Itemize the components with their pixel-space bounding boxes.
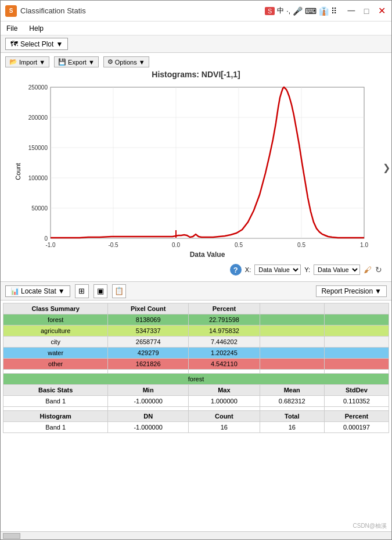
col-pixel-count: Pixel Count bbox=[108, 303, 189, 314]
select-plot-dropdown-arrow: ▼ bbox=[56, 40, 63, 48]
title-bar: S Classification Statis S 中 ·, 🎤 ⌨ 👔 ⠿ ─… bbox=[1, 1, 391, 22]
table-icon-button-1[interactable]: ⊞ bbox=[75, 284, 89, 298]
col-count: Count bbox=[189, 411, 260, 422]
im-grid-icon[interactable]: ⠿ bbox=[331, 6, 337, 16]
pixel-count: 8138069 bbox=[108, 314, 189, 326]
chart-bottom-bar: ? X: Data Value Y: Data Value 🖌 ↻ bbox=[5, 262, 387, 278]
svg-text:100000: 100000 bbox=[28, 175, 48, 181]
band-row: Band 1 -1.000000 1.000000 0.682312 0.110… bbox=[3, 396, 389, 407]
percent-val: 7.446202 bbox=[189, 337, 260, 348]
band-label: Band 1 bbox=[3, 396, 108, 407]
percent-val: 4.542110 bbox=[189, 359, 260, 370]
svg-text:0.5: 0.5 bbox=[297, 242, 305, 248]
locate-stat-button[interactable]: 📊 Locate Stat ▼ bbox=[5, 285, 70, 297]
class-name: city bbox=[3, 337, 108, 348]
hist-percent: 0.000197 bbox=[324, 422, 389, 433]
table-row: city 2658774 7.446202 bbox=[3, 337, 389, 348]
stats-table-wrapper: Class Summary Pixel Count Percent forest… bbox=[1, 301, 391, 531]
class-name: agriculture bbox=[3, 326, 108, 337]
maximize-button[interactable]: □ bbox=[361, 6, 372, 16]
col-percent2: Percent bbox=[324, 411, 389, 422]
menu-file[interactable]: File bbox=[4, 23, 20, 34]
scroll-right-arrow[interactable]: ❯ bbox=[383, 162, 390, 173]
select-plot-button[interactable]: 🗺 Select Plot ▼ bbox=[5, 38, 68, 50]
pixel-count: 5347337 bbox=[108, 326, 189, 337]
band-min: -1.000000 bbox=[108, 396, 189, 407]
histogram-header-row: Histogram DN Count Total Percent bbox=[3, 411, 389, 422]
histogram-row: Band 1 -1.000000 16 16 0.000197 bbox=[3, 422, 389, 433]
hist-total: 16 bbox=[260, 422, 324, 433]
im-shirt-icon[interactable]: 👔 bbox=[319, 6, 329, 16]
col-mean: Mean bbox=[260, 385, 324, 396]
import-button[interactable]: 📂 Import ▼ bbox=[5, 56, 49, 67]
options-button[interactable]: ⚙ Options ▼ bbox=[103, 56, 149, 67]
close-button[interactable]: ✕ bbox=[376, 6, 387, 16]
col-extra2 bbox=[324, 303, 389, 314]
hist-dn: -1.000000 bbox=[108, 422, 189, 433]
options-icon: ⚙ bbox=[107, 58, 113, 66]
basic-stats-header-row: Basic Stats Min Max Mean StdDev bbox=[3, 385, 389, 396]
band-stddev: 0.110352 bbox=[324, 396, 389, 407]
scrollbar-thumb[interactable] bbox=[3, 533, 20, 539]
locate-stat-icon: 📊 bbox=[10, 287, 19, 295]
svg-text:-0.5: -0.5 bbox=[108, 242, 118, 248]
im-toolbar: S 中 ·, 🎤 ⌨ 👔 ⠿ bbox=[265, 6, 337, 16]
im-dot-icon[interactable]: ·, bbox=[286, 7, 290, 15]
col-min: Min bbox=[108, 385, 189, 396]
chart-plot: Count 250000 2000 bbox=[19, 81, 374, 262]
help-icon[interactable]: ? bbox=[230, 264, 242, 276]
im-s-icon[interactable]: S bbox=[265, 7, 275, 15]
report-precision-dropdown-arrow: ▼ bbox=[375, 287, 382, 295]
paint-brush-icon[interactable]: 🖌 bbox=[364, 265, 372, 274]
im-mic-icon[interactable]: 🎤 bbox=[293, 6, 303, 16]
y-axis-select[interactable]: Data Value bbox=[314, 264, 360, 275]
im-kb-icon[interactable]: ⌨ bbox=[305, 6, 317, 16]
percent-val: 22.791598 bbox=[189, 314, 260, 326]
im-zh-icon[interactable]: 中 bbox=[277, 6, 284, 16]
main-window: S Classification Statis S 中 ·, 🎤 ⌨ 👔 ⠿ ─… bbox=[0, 0, 392, 540]
table-row: water 429279 1.202245 bbox=[3, 348, 389, 359]
menu-help[interactable]: Help bbox=[27, 23, 46, 34]
forest-header-label: forest bbox=[3, 374, 389, 385]
export-button[interactable]: 💾 Export ▼ bbox=[54, 56, 99, 67]
col-class-summary: Class Summary bbox=[3, 303, 108, 314]
refresh-icon[interactable]: ↻ bbox=[375, 265, 382, 274]
col-basic-stats: Basic Stats bbox=[3, 385, 108, 396]
options-dropdown-arrow: ▼ bbox=[139, 59, 145, 66]
svg-text:250000: 250000 bbox=[28, 84, 48, 91]
class-name: other bbox=[3, 359, 108, 370]
x-axis-select[interactable]: Data Value bbox=[254, 264, 301, 275]
copy-icon-button[interactable]: 📋 bbox=[112, 284, 126, 298]
svg-text:50000: 50000 bbox=[31, 205, 48, 212]
class-name: water bbox=[3, 348, 108, 359]
pixel-count: 2658774 bbox=[108, 337, 189, 348]
svg-text:0: 0 bbox=[44, 235, 48, 242]
svg-rect-0 bbox=[51, 87, 364, 238]
svg-text:1.0: 1.0 bbox=[360, 242, 368, 248]
col-dn: DN bbox=[108, 411, 189, 422]
percent-val: 14.975832 bbox=[189, 326, 260, 337]
window-controls: ─ □ ✕ bbox=[346, 6, 387, 16]
horizontal-scrollbar[interactable] bbox=[1, 531, 391, 539]
menu-bar: File Help bbox=[1, 22, 391, 35]
report-precision-button[interactable]: Report Precision ▼ bbox=[316, 285, 387, 297]
export-label: Export bbox=[68, 59, 87, 66]
histogram-svg: 250000 200000 150000 100000 50000 0 -1.0… bbox=[19, 81, 374, 262]
table-icon-1: ⊞ bbox=[78, 287, 85, 295]
minimize-button[interactable]: ─ bbox=[346, 6, 357, 16]
chart-title: Histograms: NDVI[-1,1] bbox=[5, 70, 387, 79]
chart-area: 📂 Import ▼ 💾 Export ▼ ⚙ Options ▼ Histog… bbox=[1, 53, 391, 282]
app-icon: S bbox=[5, 5, 17, 17]
table-row bbox=[3, 370, 389, 374]
hist-band-label: Band 1 bbox=[3, 422, 108, 433]
svg-text:0.0: 0.0 bbox=[172, 242, 180, 248]
export-dropdown-arrow: ▼ bbox=[88, 59, 95, 66]
class-name: forest bbox=[3, 314, 108, 326]
col-max: Max bbox=[189, 385, 260, 396]
locate-stat-label: Locate Stat bbox=[21, 287, 56, 295]
window-title: Classification Statis bbox=[20, 6, 265, 15]
band-max: 1.000000 bbox=[189, 396, 260, 407]
table-icon-button-2[interactable]: ▣ bbox=[93, 284, 107, 298]
options-label: Options bbox=[115, 59, 137, 66]
table-icon-2: ▣ bbox=[97, 287, 104, 295]
